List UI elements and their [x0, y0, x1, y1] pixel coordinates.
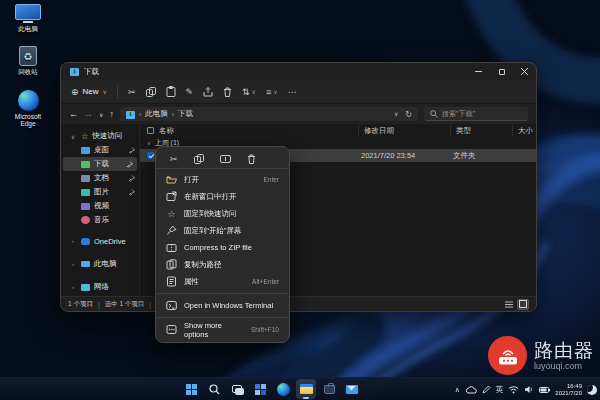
taskbar-mail-button[interactable]: [342, 379, 362, 399]
view-button[interactable]: ≡∨: [266, 87, 278, 97]
widgets-button[interactable]: [250, 379, 270, 399]
column-type[interactable]: 类型: [451, 124, 513, 137]
battery-icon[interactable]: [539, 387, 550, 393]
pen-icon[interactable]: [482, 385, 491, 394]
breadcrumb-downloads[interactable]: 下载: [178, 109, 193, 119]
more-options-button[interactable]: ⋯: [288, 87, 297, 97]
menu-item-copy-as-path[interactable]: 复制为路径: [156, 256, 289, 273]
sidebar-item-videos[interactable]: 视频: [61, 199, 139, 213]
desktop-icon-edge[interactable]: Microsoft Edge: [2, 90, 54, 127]
menu-item-open-new-window[interactable]: 在新窗口中打开: [156, 188, 289, 205]
column-date-modified[interactable]: 修改日期: [359, 124, 451, 137]
music-icon: [81, 216, 90, 224]
chevron-right-icon[interactable]: ›: [69, 261, 77, 267]
navigation-bar: ← → ∨ ↑ › 此电脑 › 下载 ∨ ↻ 搜索"下载": [61, 104, 536, 124]
desktop-icon-this-pc[interactable]: 此电脑: [2, 4, 54, 34]
row-checkbox-checked[interactable]: [147, 152, 154, 159]
sidebar-item-pictures[interactable]: 图片: [61, 185, 139, 199]
column-name[interactable]: 名称: [159, 124, 359, 137]
sidebar-group-quick-access[interactable]: ∨ ☆ 快速访问: [61, 129, 139, 143]
onedrive-cloud-icon[interactable]: [465, 386, 477, 394]
copy-button[interactable]: [194, 154, 204, 164]
taskbar-explorer-button[interactable]: [296, 379, 316, 399]
copy-icon: [146, 87, 156, 97]
chevron-down-icon: ∨: [252, 88, 256, 95]
sidebar-item-downloads[interactable]: 下载: [63, 157, 137, 171]
breadcrumb-this-pc[interactable]: 此电脑: [145, 109, 168, 119]
open-folder-icon: [166, 174, 177, 185]
cut-button[interactable]: ✂: [128, 87, 136, 97]
toolbar-separator: [117, 86, 118, 98]
shortcut: Shift+F10: [251, 326, 279, 333]
menu-item-compress-zip[interactable]: Compress to ZIP file: [156, 239, 289, 256]
menu-item-open[interactable]: 打开 Enter: [156, 171, 289, 188]
rename-button[interactable]: ✎: [186, 87, 194, 97]
star-icon: ☆: [166, 209, 177, 219]
sort-button[interactable]: ⇅∨: [242, 87, 256, 97]
menu-item-pin-to-start[interactable]: 固定到“开始”屏幕: [156, 222, 289, 239]
taskbar-edge-button[interactable]: [273, 379, 293, 399]
refresh-icon[interactable]: ↻: [405, 110, 412, 119]
forward-button[interactable]: →: [84, 109, 93, 119]
title-bar[interactable]: 下载: [61, 63, 536, 80]
moon-icon[interactable]: [587, 385, 597, 395]
taskbar-search-button[interactable]: [204, 379, 224, 399]
volume-icon[interactable]: [524, 385, 534, 394]
close-button[interactable]: [513, 63, 536, 80]
details-view-button[interactable]: [503, 299, 515, 310]
sidebar-item-desktop[interactable]: 桌面: [61, 143, 139, 157]
watermark-title: 路由器: [534, 341, 594, 361]
rename-button[interactable]: [220, 154, 231, 164]
search-input[interactable]: 搜索"下载": [424, 107, 528, 121]
pushpin-icon: [166, 225, 177, 236]
sidebar-group-onedrive[interactable]: › OneDrive: [61, 234, 139, 248]
chevron-right-icon[interactable]: ›: [69, 284, 77, 290]
menu-item-show-more-options[interactable]: Show more options Shift+F10: [156, 321, 289, 338]
wifi-icon[interactable]: [508, 385, 519, 394]
menu-item-properties[interactable]: 属性 Alt+Enter: [156, 273, 289, 290]
paste-button[interactable]: [166, 86, 176, 97]
task-view-button[interactable]: [227, 379, 247, 399]
quick-access-star-icon: ☆: [81, 132, 88, 141]
ime-language-indicator[interactable]: 英: [496, 385, 504, 395]
properties-icon: [166, 276, 177, 287]
navigation-pane: ∨ ☆ 快速访问 桌面 下载 文档 图片: [61, 124, 139, 296]
address-bar[interactable]: › 此电脑 › 下载 ∨ ↻: [120, 107, 418, 121]
share-button[interactable]: [203, 87, 213, 97]
chevron-right-icon[interactable]: ›: [69, 238, 77, 244]
copy-button[interactable]: [146, 87, 156, 97]
column-size[interactable]: 大小: [513, 124, 537, 137]
sidebar-group-network[interactable]: › 网络: [61, 280, 139, 294]
delete-button[interactable]: [247, 154, 256, 164]
taskbar-clock[interactable]: 16:49 2021/7/20: [555, 383, 582, 397]
edge-icon: [18, 90, 39, 111]
sidebar-item-documents[interactable]: 文档: [61, 171, 139, 185]
select-all-checkbox[interactable]: [147, 127, 154, 134]
start-button[interactable]: [181, 379, 201, 399]
copy-path-icon: [166, 259, 177, 270]
sidebar-item-music[interactable]: 音乐: [61, 213, 139, 227]
hidden-icons-chevron[interactable]: ∧: [455, 386, 460, 394]
delete-button[interactable]: [223, 87, 232, 97]
address-dropdown-icon[interactable]: ∨: [394, 110, 398, 119]
taskbar-store-button[interactable]: [319, 379, 339, 399]
close-icon: [521, 68, 528, 75]
sidebar-group-this-pc[interactable]: › 此电脑: [61, 257, 139, 271]
back-button[interactable]: ←: [69, 109, 78, 119]
maximize-button[interactable]: [490, 63, 513, 80]
new-window-icon: [166, 191, 177, 202]
chevron-down-icon[interactable]: ∨: [69, 133, 77, 140]
recent-locations-button[interactable]: ∨: [99, 111, 103, 118]
desktop-icon-recycle-bin[interactable]: ♻ 回收站: [2, 46, 54, 77]
cut-button[interactable]: ✂: [170, 154, 178, 164]
new-button[interactable]: ⊕ New ∨: [71, 87, 107, 97]
large-icons-view-button[interactable]: [517, 299, 529, 310]
menu-item-open-terminal[interactable]: Open in Windows Terminal: [156, 297, 289, 314]
onedrive-cloud-icon: [81, 238, 90, 245]
up-button[interactable]: ↑: [109, 109, 114, 119]
minimize-button[interactable]: [467, 63, 490, 80]
menu-item-pin-quick-access[interactable]: ☆ 固定到快速访问: [156, 205, 289, 222]
this-pc-icon: [15, 4, 41, 23]
selected-count: 选中 1 个项目: [105, 300, 145, 309]
chevron-down-icon: ∨: [147, 140, 151, 146]
